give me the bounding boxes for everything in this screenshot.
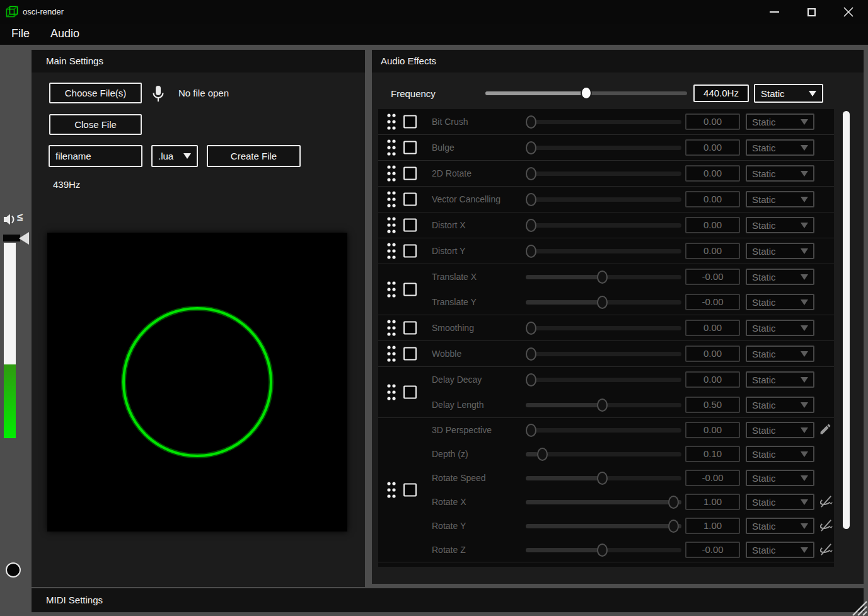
2d-rotate-enable-checkbox[interactable] (403, 167, 417, 180)
rotate-axis-icon[interactable] (819, 494, 834, 509)
3d-perspective-slider-thumb[interactable] (526, 424, 536, 437)
rotate-speed-slider[interactable] (526, 476, 682, 480)
frequency-value-box[interactable]: 440.0Hz (693, 84, 749, 102)
translate-x-value-box[interactable]: -0.00 (685, 269, 740, 285)
delay-length-slider-thumb[interactable] (597, 398, 608, 412)
3d-perspective-value-box[interactable]: 0.00 (685, 422, 740, 438)
rotate-axis-icon[interactable] (819, 542, 834, 557)
rotate-y-slider[interactable] (526, 524, 682, 528)
bulge-drag-handle-icon[interactable] (386, 139, 396, 156)
distort-x-enable-checkbox[interactable] (403, 219, 417, 232)
distort-y-mode-dropdown[interactable]: Static (746, 243, 814, 259)
rotate-x-slider-thumb[interactable] (668, 496, 679, 509)
maximize-button[interactable] (797, 0, 826, 24)
microphone-icon[interactable] (151, 84, 165, 105)
vector-cancelling-slider[interactable] (526, 197, 682, 202)
frequency-mode-dropdown[interactable]: Static (754, 84, 823, 103)
threshold-arrow-handle[interactable] (19, 232, 29, 245)
3d-perspective-mode-dropdown[interactable]: Static (746, 422, 814, 438)
translate-y-slider[interactable] (526, 300, 682, 305)
depth-z-slider[interactable] (526, 452, 682, 456)
perspective-enable-checkbox[interactable] (403, 484, 417, 497)
rotate-z-value-box[interactable]: -0.00 (685, 542, 740, 558)
bulge-value-box[interactable]: 0.00 (685, 139, 740, 156)
distort-y-enable-checkbox[interactable] (403, 245, 417, 258)
filename-input[interactable] (49, 145, 142, 167)
edit-perspective-icon[interactable] (819, 422, 834, 438)
distort-x-drag-handle-icon[interactable] (386, 216, 396, 234)
distort-x-mode-dropdown[interactable]: Static (746, 217, 814, 233)
rotate-x-mode-dropdown[interactable]: Static (746, 494, 814, 510)
bit-crush-enable-checkbox[interactable] (403, 115, 417, 129)
delay-drag-handle-icon[interactable] (386, 383, 396, 401)
distort-y-slider[interactable] (526, 249, 682, 253)
3d-perspective-slider[interactable] (526, 428, 682, 433)
bulge-enable-checkbox[interactable] (403, 141, 417, 154)
close-button[interactable] (834, 0, 863, 24)
wobble-enable-checkbox[interactable] (403, 347, 417, 361)
distort-x-slider[interactable] (526, 223, 682, 228)
delay-decay-value-box[interactable]: 0.00 (685, 371, 740, 388)
wobble-slider[interactable] (526, 352, 682, 356)
resize-grip[interactable] (851, 600, 867, 616)
rotate-z-slider-thumb[interactable] (597, 543, 608, 557)
wobble-value-box[interactable]: 0.00 (685, 346, 740, 362)
rotate-speed-slider-thumb[interactable] (597, 472, 608, 485)
translate-drag-handle-icon[interactable] (386, 281, 396, 298)
distort-y-value-box[interactable]: 0.00 (685, 243, 740, 259)
wobble-drag-handle-icon[interactable] (386, 345, 396, 363)
translate-x-slider[interactable] (526, 275, 682, 279)
rotate-speed-value-box[interactable]: -0.00 (685, 470, 740, 486)
bulge-mode-dropdown[interactable]: Static (746, 139, 814, 156)
close-file-button[interactable]: Close File (49, 114, 142, 135)
2d-rotate-value-box[interactable]: 0.00 (685, 165, 740, 182)
menu-file[interactable]: File (11, 27, 30, 40)
delay-decay-mode-dropdown[interactable]: Static (746, 371, 814, 388)
2d-rotate-drag-handle-icon[interactable] (386, 165, 396, 182)
wobble-mode-dropdown[interactable]: Static (746, 346, 814, 362)
smoothing-enable-checkbox[interactable] (403, 322, 417, 335)
depth-z-value-box[interactable]: 0.10 (685, 446, 740, 462)
vector-cancelling-slider-thumb[interactable] (526, 193, 536, 206)
choose-files-button[interactable]: Choose File(s) (49, 83, 142, 103)
delay-length-value-box[interactable]: 0.50 (685, 397, 740, 413)
smoothing-value-box[interactable]: 0.00 (685, 320, 740, 336)
translate-enable-checkbox[interactable] (403, 283, 417, 296)
rotate-y-slider-thumb[interactable] (668, 520, 679, 533)
rotate-y-mode-dropdown[interactable]: Static (746, 518, 814, 534)
2d-rotate-mode-dropdown[interactable]: Static (746, 165, 814, 182)
delay-decay-slider[interactable] (526, 378, 682, 382)
vector-cancelling-value-box[interactable]: 0.00 (685, 191, 740, 207)
translate-x-mode-dropdown[interactable]: Static (746, 269, 814, 285)
rotate-x-value-box[interactable]: 1.00 (685, 494, 740, 510)
effects-scrollbar-thumb[interactable] (843, 111, 850, 529)
bit-crush-slider[interactable] (526, 120, 682, 124)
bulge-slider-thumb[interactable] (526, 141, 536, 154)
smoothing-mode-dropdown[interactable]: Static (746, 320, 814, 336)
wobble-slider-thumb[interactable] (526, 347, 536, 361)
distort-y-slider-thumb[interactable] (526, 245, 536, 258)
2d-rotate-slider[interactable] (526, 171, 682, 176)
bit-crush-value-box[interactable]: 0.00 (685, 113, 740, 130)
distort-y-drag-handle-icon[interactable] (386, 242, 396, 260)
distort-x-slider-thumb[interactable] (526, 219, 536, 232)
translate-y-mode-dropdown[interactable]: Static (746, 294, 814, 310)
perspective-drag-handle-icon[interactable] (386, 481, 396, 499)
delay-length-slider[interactable] (526, 403, 682, 407)
translate-x-slider-thumb[interactable] (597, 270, 608, 284)
vector-cancelling-mode-dropdown[interactable]: Static (746, 191, 814, 207)
volume-slider[interactable] (4, 243, 16, 438)
depth-z-slider-thumb[interactable] (537, 448, 548, 461)
depth-z-mode-dropdown[interactable]: Static (746, 446, 814, 462)
bit-crush-mode-dropdown[interactable]: Static (746, 113, 814, 130)
vector-cancelling-enable-checkbox[interactable] (403, 193, 417, 206)
bit-crush-slider-thumb[interactable] (526, 115, 536, 129)
delay-enable-checkbox[interactable] (403, 386, 417, 399)
bulge-slider[interactable] (526, 146, 682, 150)
volume-slider-thumb[interactable] (6, 562, 21, 578)
frequency-slider[interactable] (485, 91, 687, 95)
file-extension-dropdown[interactable]: .lua (151, 145, 198, 167)
translate-y-value-box[interactable]: -0.00 (685, 294, 740, 310)
rotate-axis-icon[interactable] (819, 518, 834, 533)
2d-rotate-slider-thumb[interactable] (526, 167, 536, 180)
